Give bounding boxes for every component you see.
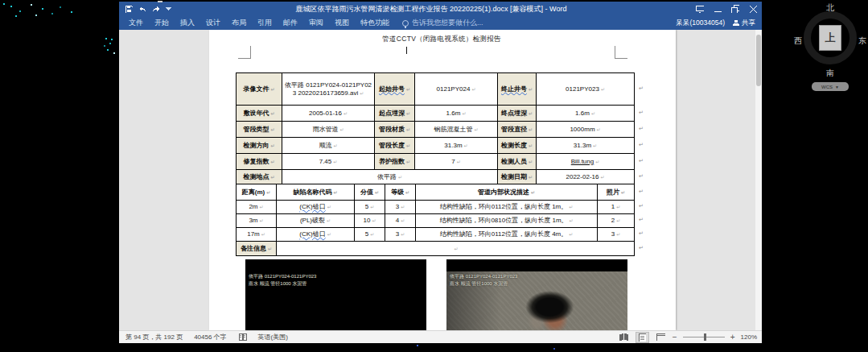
qat-dropdown-icon[interactable]	[166, 7, 171, 11]
redo-icon[interactable]	[152, 6, 160, 13]
word-count[interactable]: 40456 个字	[194, 333, 226, 342]
table-cell[interactable]: 录像文件↵	[237, 73, 282, 106]
web-layout-button[interactable]	[655, 333, 667, 342]
table-cell[interactable]: 10↵	[355, 214, 385, 228]
ribbon-display-options-icon[interactable]	[691, 2, 709, 16]
table-cell[interactable]: 终点埋深↵	[498, 106, 537, 122]
table-cell[interactable]: 4↵	[385, 214, 416, 228]
zoom-slider[interactable]	[683, 337, 725, 338]
restore-icon[interactable]	[726, 2, 744, 16]
table-cell[interactable]: 1.6m↵	[415, 106, 498, 122]
table-cell[interactable]: 0121PY023↵	[537, 73, 635, 106]
table-cell[interactable]: 备注信息↵	[237, 242, 277, 256]
ribbon-tab-10[interactable]: 特色功能	[360, 18, 389, 28]
table-cell[interactable]: 检测日期↵	[498, 170, 537, 184]
table-cell[interactable]: 结构性缺陷，环向0112位置，纵向长度 1m。↵	[416, 201, 598, 214]
print-layout-button[interactable]	[636, 332, 649, 343]
compass-mode-button[interactable]: WCS▼	[812, 82, 849, 91]
vertical-scrollbar[interactable]	[755, 30, 762, 330]
table-cell[interactable]: 起始井号↵	[375, 73, 415, 106]
table-cell[interactable]: 雨水管道↵	[282, 122, 375, 138]
table-cell[interactable]: 17m↵	[237, 228, 277, 242]
ribbon-tab-1[interactable]: 文件	[129, 18, 143, 28]
language-indicator[interactable]: 英语(美国)	[258, 333, 288, 342]
table-cell[interactable]: 1000mm↵	[537, 122, 635, 138]
zoom-level[interactable]: 120%	[741, 333, 757, 341]
table-cell[interactable]: Bill.tung↵	[537, 154, 635, 170]
table-cell[interactable]: 修复指数↵	[237, 154, 282, 170]
table-cell[interactable]: 检测地点↵	[237, 170, 282, 184]
table-cell[interactable]: 1↵	[598, 201, 635, 214]
table-cell[interactable]: 管段长度↵	[375, 138, 415, 154]
table-cell[interactable]: 缺陷名称代码↵	[277, 184, 355, 201]
table-cell[interactable]: 距离(m)↵	[237, 184, 277, 201]
table-cell[interactable]: 依平路↵	[282, 170, 498, 184]
tell-me-box[interactable]: 告诉我您想要做什么...	[402, 18, 483, 28]
table-cell[interactable]: 3m↵	[237, 214, 277, 228]
ribbon-tab-2[interactable]: 开始	[154, 18, 169, 28]
table-cell[interactable]: 敷设年代↵	[237, 106, 282, 122]
table-cell[interactable]: 3↵	[385, 201, 416, 214]
table-cell[interactable]: 管段材质↵	[375, 122, 415, 138]
table-cell[interactable]: 31.3m↵	[537, 138, 635, 154]
table-cell[interactable]: 2↵	[598, 214, 635, 228]
close-icon[interactable]	[744, 2, 762, 16]
table-cell[interactable]: 管道内部状况描述↵	[416, 184, 598, 201]
table-cell[interactable]: 结构性缺陷，环向0810位置，纵向长度 1m。↵	[416, 214, 598, 228]
table-cell[interactable]: 终止井号↵	[498, 73, 537, 106]
minimize-icon[interactable]	[709, 2, 726, 16]
read-mode-button[interactable]	[618, 333, 630, 342]
proofing-icon[interactable]	[238, 333, 247, 342]
ribbon-tab-5[interactable]: 布局	[232, 18, 246, 28]
table-cell[interactable]: 1.6m↵	[537, 106, 635, 122]
table-cell[interactable]: ↵	[277, 242, 635, 256]
table-cell[interactable]: (CK)错口↵	[277, 228, 355, 242]
table-cell[interactable]: (CK)错口↵	[277, 201, 355, 214]
table-cell[interactable]: 照片↵	[598, 184, 635, 201]
table-cell[interactable]: 3↵	[598, 228, 635, 242]
ribbon-tab-8[interactable]: 审阅	[309, 18, 323, 28]
table-cell[interactable]: 管段类型↵	[237, 122, 282, 138]
table-cell[interactable]: 2m↵	[237, 201, 277, 214]
table-cell[interactable]: 依平路 0121PY024-0121PY023 20220216173659.a…	[282, 73, 375, 106]
table-cell[interactable]: 管段直径↵	[498, 122, 537, 138]
undo-icon[interactable]	[138, 6, 146, 13]
zoom-in-button[interactable]: +	[730, 333, 735, 342]
table-cell[interactable]: 0121PY024↵	[415, 73, 498, 106]
ribbon-tab-3[interactable]: 插入	[180, 18, 195, 28]
table-cell[interactable]: 检测人员↵	[498, 154, 537, 170]
table-cell[interactable]: 2005-01-16↵	[282, 106, 375, 122]
table-cell[interactable]: 检测方向↵	[237, 138, 282, 154]
table-cell[interactable]: 顺流↵	[282, 138, 375, 154]
table-cell[interactable]: 2022-02-16↵	[537, 170, 635, 184]
table-cell[interactable]: 3↵	[385, 228, 416, 242]
ribbon-tab-6[interactable]: 引用	[257, 18, 272, 28]
table-cell[interactable]: 分值↵	[355, 184, 385, 201]
zoom-out-button[interactable]: −	[673, 333, 677, 342]
table-cell[interactable]: 检测长度↵	[498, 138, 537, 154]
signed-in-user[interactable]: 呆呆(10034054)	[677, 19, 725, 28]
lightbulb-icon	[402, 20, 409, 27]
table-cell[interactable]: (PL)破裂↵	[277, 214, 355, 228]
compass-up-button[interactable]: 上	[819, 25, 841, 51]
table-cell[interactable]: 31.3m↵	[415, 138, 498, 154]
zoom-slider-thumb[interactable]	[704, 333, 706, 341]
table-cell[interactable]: 结构性缺陷，环向0112位置，纵向长度 4m。↵	[416, 228, 598, 242]
table-cell[interactable]: 钢筋混凝土管↵	[415, 122, 498, 138]
scrollbar-thumb[interactable]	[756, 35, 761, 86]
page-indicator[interactable]: 第 94 页，共 192 页	[125, 333, 183, 342]
ribbon-tab-7[interactable]: 邮件	[283, 18, 298, 28]
table-cell[interactable]: 养护指数↵	[375, 154, 415, 170]
share-button[interactable]: 共享	[733, 19, 755, 28]
ribbon-tab-9[interactable]: 视图	[335, 18, 349, 28]
save-icon[interactable]	[125, 6, 133, 13]
document-page[interactable]: 管道CCTV（闭路电视系统）检测报告 录像文件↵依平路 0121PY024-01…	[209, 30, 676, 330]
ribbon-tabs: 文件开始插入设计布局引用邮件审阅视图特色功能	[119, 18, 389, 28]
table-cell[interactable]: 5↵	[355, 228, 385, 242]
table-cell[interactable]: 7.45↵	[282, 154, 375, 170]
table-cell[interactable]: 5↵	[355, 201, 385, 214]
ribbon-tab-4[interactable]: 设计	[206, 18, 220, 28]
table-cell[interactable]: 等级↵	[385, 184, 416, 201]
table-cell[interactable]: 起点埋深↵	[375, 106, 415, 122]
table-cell[interactable]: 7↵	[415, 154, 498, 170]
